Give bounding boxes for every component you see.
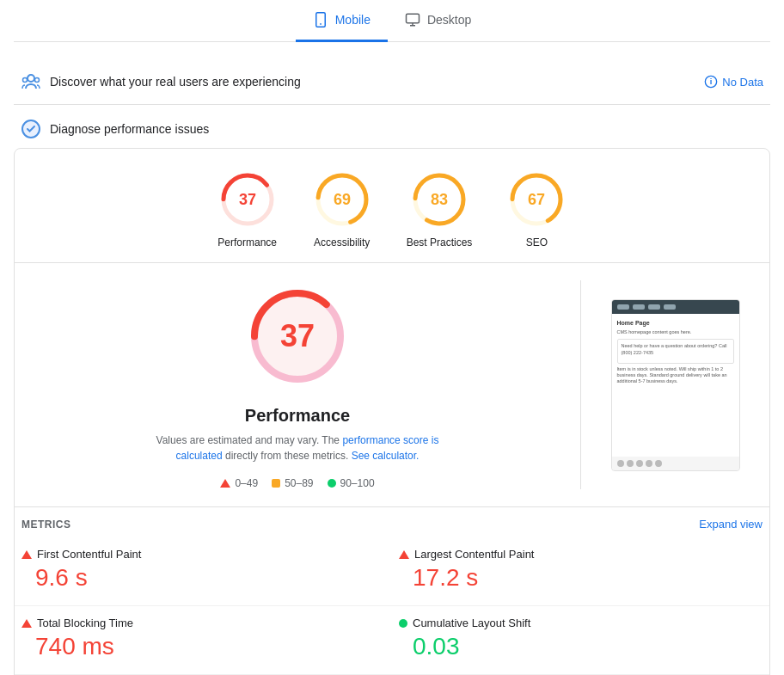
- users-icon: [21, 71, 41, 92]
- svg-text:83: 83: [431, 191, 448, 208]
- svg-text:67: 67: [528, 191, 545, 208]
- svg-text:69: 69: [334, 191, 351, 208]
- gauge-performance[interactable]: 37 Performance: [217, 169, 278, 249]
- no-data-label: No Data: [722, 76, 763, 89]
- diagnose-section: Diagnose performance issues: [14, 105, 770, 148]
- preview-footer: [612, 457, 739, 470]
- perf-desc: Values are estimated and may vary. The p…: [143, 433, 452, 463]
- cls-value: 0.03: [413, 633, 763, 660]
- score-card: 37 Performance 69 Accessibility 83: [14, 148, 770, 675]
- gauge-seo-svg: 67: [506, 169, 567, 230]
- preview-box-text: Need help or have a question about order…: [622, 343, 730, 355]
- large-gauge-number: 37: [280, 318, 315, 354]
- svg-text:i: i: [710, 77, 713, 86]
- real-users-banner: Discover what your real users are experi…: [14, 59, 770, 105]
- svg-point-1: [320, 23, 322, 25]
- fcp-name: First Contentful Paint: [37, 548, 141, 561]
- perf-title: Performance: [245, 406, 350, 426]
- cls-name: Cumulative Layout Shift: [413, 617, 530, 629]
- tab-desktop[interactable]: Desktop: [388, 0, 488, 42]
- mobile-icon: [313, 12, 328, 28]
- site-preview: Home Page CMS homepage content goes here…: [611, 299, 740, 471]
- metrics-grid: First Contentful Paint 9.6 s Largest Con…: [15, 537, 769, 675]
- metrics-header: METRICS Expand view: [15, 507, 769, 537]
- svg-text:37: 37: [239, 191, 256, 208]
- legend-average-icon: [272, 479, 280, 488]
- legend-good-range: 90–100: [340, 477, 375, 489]
- large-gauge: 37: [242, 280, 353, 392]
- diagnose-title: Diagnose performance issues: [50, 122, 209, 136]
- perf-detail: 37 Performance Values are estimated and …: [15, 263, 769, 506]
- tbt-name: Total Blocking Time: [37, 617, 133, 629]
- tbt-value: 740 ms: [35, 633, 385, 660]
- fcp-value: 9.6 s: [35, 564, 385, 592]
- legend-poor-range: 0–49: [235, 477, 258, 489]
- calculator-link[interactable]: See calculator.: [352, 450, 420, 462]
- preview-header: [612, 300, 739, 314]
- perf-right: Home Page CMS homepage content goes here…: [580, 280, 752, 489]
- expand-link[interactable]: Expand view: [699, 518, 763, 531]
- preview-content: Home Page CMS homepage content goes here…: [612, 314, 739, 457]
- gauge-best-practices-svg: 83: [409, 169, 469, 230]
- info-icon: i: [704, 75, 718, 89]
- tab-mobile-label: Mobile: [335, 13, 371, 27]
- gauge-accessibility-label: Accessibility: [314, 236, 370, 249]
- svg-point-6: [23, 78, 28, 83]
- banner-left: Discover what your real users are experi…: [21, 71, 301, 92]
- lcp-name: Largest Contentful Paint: [414, 548, 534, 561]
- lcp-value: 17.2 s: [413, 564, 763, 592]
- perf-left: 37 Performance Values are estimated and …: [32, 280, 563, 489]
- lcp-indicator: [399, 550, 409, 559]
- legend-average-range: 50–89: [285, 477, 313, 489]
- gauge-best-practices[interactable]: 83 Best Practices: [407, 169, 473, 249]
- metric-fcp: First Contentful Paint 9.6 s: [15, 537, 392, 606]
- preview-page-title: Home Page: [617, 319, 734, 328]
- diagnose-icon: [21, 119, 41, 139]
- metrics-label: METRICS: [21, 519, 71, 531]
- cls-indicator: [399, 619, 407, 628]
- svg-point-7: [35, 78, 40, 83]
- svg-point-5: [28, 75, 34, 82]
- no-data-link[interactable]: i No Data: [704, 75, 763, 89]
- legend-good: 90–100: [328, 477, 375, 489]
- gauge-accessibility-svg: 69: [312, 169, 372, 230]
- gauge-performance-label: Performance: [217, 236, 277, 249]
- svg-rect-2: [406, 14, 419, 23]
- legend-row: 0–49 50–89 90–100: [220, 477, 374, 489]
- gauge-seo-label: SEO: [526, 236, 548, 249]
- metric-lcp: Largest Contentful Paint 17.2 s: [392, 537, 769, 606]
- desktop-icon: [405, 12, 420, 28]
- real-users-title: Discover what your real users are experi…: [50, 75, 301, 89]
- gauge-accessibility[interactable]: 69 Accessibility: [312, 169, 372, 249]
- preview-box: Need help or have a question about order…: [617, 339, 734, 363]
- legend-average: 50–89: [272, 477, 313, 489]
- gauge-seo[interactable]: 67 SEO: [506, 169, 567, 249]
- gauge-best-practices-label: Best Practices: [407, 236, 473, 249]
- gauge-performance-svg: 37: [217, 169, 278, 230]
- legend-good-icon: [328, 479, 336, 488]
- legend-poor: 0–49: [220, 477, 258, 489]
- fcp-indicator: [21, 550, 32, 559]
- tab-desktop-label: Desktop: [427, 13, 471, 27]
- preview-body-text: Item is in stock unless noted. Will ship…: [617, 366, 734, 384]
- tabs-bar: Mobile Desktop: [14, 0, 770, 42]
- legend-poor-icon: [220, 479, 230, 488]
- metric-cls: Cumulative Layout Shift 0.03: [392, 606, 769, 675]
- tbt-indicator: [21, 619, 32, 628]
- gauge-row: 37 Performance 69 Accessibility 83: [15, 149, 769, 263]
- preview-subtitle: CMS homepage content goes here.: [617, 329, 734, 335]
- metric-tbt: Total Blocking Time 740 ms: [15, 606, 392, 675]
- tab-mobile[interactable]: Mobile: [296, 0, 388, 42]
